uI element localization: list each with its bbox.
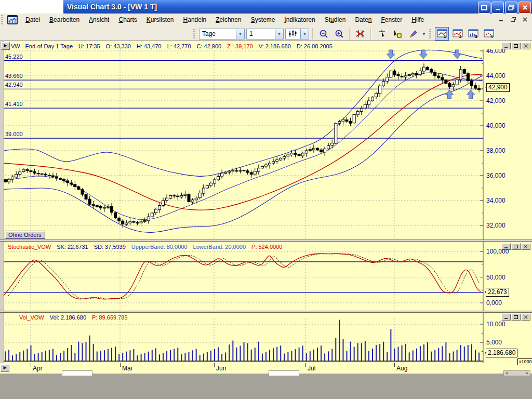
volume-bar — [152, 350, 153, 361]
volume-bar — [16, 354, 17, 361]
volume-bar — [218, 347, 219, 361]
panel-minimize-button[interactable] — [501, 43, 511, 49]
mdi-close-button[interactable] — [521, 16, 529, 23]
marker-pen-button[interactable] — [406, 27, 420, 41]
volume-bar — [390, 329, 391, 361]
menu-item-indikatoren[interactable]: Indikatoren — [280, 15, 320, 24]
volume-bar — [122, 353, 123, 361]
volume-bar — [420, 346, 421, 361]
chart-layout-3-button[interactable]: 3 — [466, 27, 480, 41]
layout-2-icon: 2 — [453, 29, 463, 38]
chevron-down-icon: ▼ — [236, 29, 244, 39]
menu-item-fenster[interactable]: Fenster — [377, 15, 407, 24]
down-arrow-icon — [420, 50, 428, 59]
header-field: Z : 39,170 — [227, 43, 253, 49]
app-icon[interactable] — [7, 15, 18, 24]
chart-layout-1-button[interactable]: 1 — [435, 27, 449, 41]
month-label: Jul — [308, 365, 315, 372]
mdi-window-controls — [497, 16, 529, 23]
volume-bar — [379, 344, 380, 361]
fullscreen-button[interactable] — [478, 2, 490, 14]
volume-bar — [394, 349, 395, 361]
collapse-panel-button[interactable]: ▶ — [1, 42, 10, 50]
volume-value-box: 2.186.680 — [486, 349, 517, 357]
volume-bar — [372, 349, 373, 361]
mdi-restore-button[interactable] — [509, 16, 517, 23]
main-panel-header: ▶ VW - End-of-Day 1 TageU: 17:35O: 43,33… — [4, 42, 532, 50]
panel-maximize-button[interactable] — [511, 43, 521, 49]
volume-bar — [383, 342, 384, 361]
menu-item-handeln[interactable]: Handeln — [179, 15, 211, 24]
menu-item-systeme[interactable]: Systeme — [246, 15, 280, 24]
scroll-right-icon[interactable]: ► — [526, 371, 529, 376]
volume-bar — [276, 347, 277, 361]
volume-bar — [148, 352, 149, 361]
volume-bar — [413, 351, 414, 361]
menu-item-charts[interactable]: Charts — [114, 15, 141, 24]
menu-item-zeichnen[interactable]: Zeichnen — [211, 15, 246, 24]
zoom-in-button[interactable] — [332, 27, 346, 41]
volume-bar — [387, 352, 388, 361]
volume-bar — [354, 347, 355, 361]
axis-label: 42,000 — [486, 97, 506, 104]
volume-bar — [376, 345, 377, 361]
period-combobox[interactable]: Tage▼ — [199, 29, 245, 39]
volume-bar — [434, 350, 435, 361]
pointer-tool-button[interactable] — [375, 27, 389, 41]
erase-tool-button[interactable] — [353, 27, 367, 41]
scroll-left-icon[interactable]: ◄ — [505, 371, 508, 376]
crossed-bars-icon — [356, 30, 365, 38]
stochastic-chart[interactable]: 100,00050,0000,000 — [0, 242, 532, 311]
volume-bar — [174, 349, 175, 361]
horizontal-scrollbar[interactable]: ◄► — [503, 370, 530, 376]
panel-close-button[interactable] — [521, 43, 530, 49]
volume-bar — [221, 354, 222, 361]
volume-chart[interactable]: 10.0005.000 — [0, 313, 532, 363]
orders-status-button[interactable]: Ohne Orders — [5, 231, 45, 239]
marker-pen-dropdown[interactable]: ▼ — [421, 32, 427, 36]
svg-text:4: 4 — [490, 34, 493, 38]
volume-bar — [30, 345, 31, 361]
annotation-pointer-button[interactable] — [390, 27, 404, 41]
restore-button[interactable] — [505, 2, 517, 14]
volume-bar — [49, 350, 50, 361]
volume-bar — [137, 355, 138, 361]
menu-item-datei[interactable]: Datei — [21, 15, 45, 24]
menu-item-ansicht[interactable]: Ansicht — [84, 15, 114, 24]
down-arrow-icon — [387, 50, 395, 59]
menu-item-kurslisten[interactable]: Kurslisten — [142, 15, 179, 24]
volume-bar — [258, 342, 259, 361]
volume-bar — [438, 348, 439, 361]
header-field: U: 17:35 — [78, 43, 100, 49]
chart-layout-4-button[interactable]: 4 — [482, 27, 496, 41]
menu-item-bearbeiten[interactable]: Bearbeiten — [45, 15, 84, 24]
menu-item-daten[interactable]: Daten — [350, 15, 376, 24]
toolbar-grip[interactable] — [193, 29, 195, 38]
chart-layout-2-button[interactable]: 2 — [450, 27, 464, 41]
volume-bar — [192, 350, 193, 361]
toolbar: Tage▼ 1▼ ▼ ▼ 1 — [0, 25, 532, 41]
month-label: Jun — [216, 365, 226, 372]
volume-bar — [23, 351, 24, 361]
volume-bar — [111, 348, 112, 361]
volume-bar — [74, 353, 75, 361]
minimize-button[interactable] — [491, 2, 504, 14]
toolbar-grip-2[interactable] — [429, 29, 431, 38]
volume-bar — [431, 352, 432, 361]
menu-item-studien[interactable]: Studien — [320, 15, 351, 24]
compression-combobox[interactable]: 1▼ — [246, 29, 284, 39]
volume-bar — [214, 349, 215, 361]
volume-bar — [82, 343, 83, 361]
zoom-out-button[interactable] — [316, 27, 330, 41]
main-price-chart[interactable]: 46,00044,00042,00040,00038,00036,00034,0… — [0, 49, 532, 240]
menu-item-hilfe[interactable]: Hilfe — [407, 15, 429, 24]
close-icon — [522, 5, 528, 10]
chart-style-combobox[interactable]: ▼ — [285, 29, 309, 39]
close-button[interactable] — [518, 2, 531, 14]
level-label: 43.660 — [5, 73, 23, 79]
close-icon — [523, 17, 527, 22]
volume-bar — [331, 349, 332, 361]
menubar-grip[interactable] — [1, 15, 3, 24]
mdi-minimize-button[interactable] — [497, 16, 505, 23]
volume-bar — [427, 342, 428, 361]
